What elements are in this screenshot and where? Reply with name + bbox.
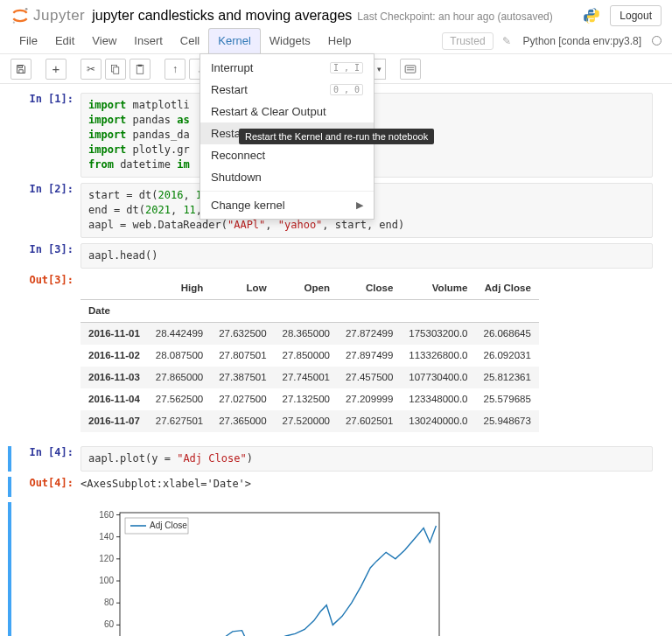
kernel-status-icon <box>652 36 662 45</box>
menu-cell[interactable]: Cell <box>172 28 208 54</box>
dataframe-table: HighLowOpenCloseVolumeAdj Close Date 201… <box>80 277 539 432</box>
svg-text:160: 160 <box>99 510 114 520</box>
notebook-title[interactable]: jupyter candlesticks and moving averages <box>92 8 352 24</box>
output-chart-cell: 2040608010012014016020172018201920202021… <box>19 502 653 636</box>
code-body[interactable]: aapl.plot(y = "Adj Close") <box>80 446 653 472</box>
menu-file[interactable]: File <box>10 28 46 54</box>
svg-text:60: 60 <box>104 619 115 629</box>
jupyter-logo-icon <box>10 6 30 25</box>
in-prompt: In [2]: <box>19 183 80 238</box>
line-chart: 2040608010012014016020172018201920202021… <box>80 504 448 636</box>
svg-point-0 <box>25 8 28 10</box>
table-row: 2016-11-0727.62750127.36500027.52000027.… <box>80 410 539 432</box>
header: Jupyter jupyter candlesticks and moving … <box>0 0 672 28</box>
submenu-arrow-icon: ▶ <box>356 199 363 211</box>
svg-text:Adj Close: Adj Close <box>150 521 187 530</box>
in-prompt: In [1]: <box>19 93 80 178</box>
code-cell-selected[interactable]: In [4]: aapl.plot(y = "Adj Close") <box>19 446 653 472</box>
column-header: Open <box>275 277 338 300</box>
kernel-shutdown[interactable]: Shutdown <box>200 166 374 188</box>
keyboard-icon <box>404 65 416 73</box>
menu-insert[interactable]: Insert <box>125 28 172 54</box>
in-prompt: In [4]: <box>19 446 80 472</box>
checkpoint-text: Last Checkpoint: an hour ago (autosaved) <box>357 10 553 23</box>
plus-icon: + <box>52 61 60 76</box>
table-row: 2016-11-0427.56250027.02750027.13250027.… <box>80 388 539 410</box>
out-prompt: Out[3]: <box>19 274 80 437</box>
svg-text:80: 80 <box>104 598 115 607</box>
cut-button[interactable]: ✂ <box>80 59 102 80</box>
output-text: <AxesSubplot:xlabel='Date'> <box>80 477 653 497</box>
kernel-reconnect[interactable]: Reconnect <box>200 144 374 166</box>
trusted-badge[interactable]: Trusted <box>442 32 493 50</box>
column-header: Low <box>211 277 274 300</box>
index-name: Date <box>80 300 148 323</box>
tooltip: Restart the Kernel and re-run the notebo… <box>239 129 434 144</box>
move-up-button[interactable]: ↑ <box>164 59 186 80</box>
add-cell-button[interactable]: + <box>46 59 66 80</box>
menu-bar: File Edit View Insert Cell Kernel Widget… <box>0 28 672 54</box>
svg-rect-3 <box>114 66 119 73</box>
menu-view[interactable]: View <box>83 28 125 54</box>
column-header: Close <box>338 277 401 300</box>
svg-text:120: 120 <box>99 554 114 563</box>
caret-down-icon: ▾ <box>377 65 382 73</box>
output-body: HighLowOpenCloseVolumeAdj Close Date 201… <box>80 274 653 437</box>
column-header: Adj Close <box>475 277 538 300</box>
save-icon <box>16 64 26 74</box>
selection-bar <box>8 502 11 636</box>
kernel-name[interactable]: Python [conda env:py3.8] <box>518 32 647 50</box>
column-header: Volume <box>401 277 475 300</box>
scissors-icon: ✂ <box>87 63 95 75</box>
table-row: 2016-11-0228.08750027.80750127.85000027.… <box>80 345 539 367</box>
out-prompt: Out[4]: <box>19 477 80 497</box>
svg-rect-6 <box>405 65 416 72</box>
table-row: 2016-11-0128.44249927.63250028.36500027.… <box>80 323 539 346</box>
svg-rect-5 <box>138 64 143 66</box>
output-cell: Out[3]: HighLowOpenCloseVolumeAdj Close … <box>19 274 653 437</box>
selection-bar <box>8 446 11 472</box>
command-palette-button[interactable] <box>400 59 421 80</box>
in-prompt: In [3]: <box>19 243 80 269</box>
menu-edit[interactable]: Edit <box>46 28 83 54</box>
paste-icon <box>135 64 145 74</box>
svg-point-1 <box>13 22 15 24</box>
python-icon <box>582 6 601 25</box>
svg-text:100: 100 <box>99 576 114 585</box>
kernel-restart-clear[interactable]: Restart & Clear Output <box>200 101 374 122</box>
menu-widgets[interactable]: Widgets <box>261 28 319 54</box>
copy-button[interactable] <box>105 59 126 80</box>
jupyter-logo[interactable]: Jupyter <box>10 6 85 25</box>
copy-icon <box>110 64 121 74</box>
menu-help[interactable]: Help <box>319 28 360 54</box>
code-body[interactable]: aapl.head() <box>80 243 653 269</box>
menu-separator <box>200 191 374 192</box>
selection-bar <box>8 477 11 497</box>
logout-button[interactable]: Logout <box>610 5 662 26</box>
save-button[interactable] <box>10 59 32 80</box>
table-row: 2016-11-0327.86500027.38750127.74500127.… <box>80 367 539 388</box>
arrow-up-icon: ↑ <box>172 63 178 75</box>
output-cell: Out[4]: <AxesSubplot:xlabel='Date'> <box>19 477 653 497</box>
edit-icon[interactable]: ✎ <box>502 35 511 47</box>
paste-button[interactable] <box>130 59 150 80</box>
code-cell[interactable]: In [3]: aapl.head() <box>19 243 653 269</box>
kernel-interrupt[interactable]: Interrupt I , I <box>200 57 374 79</box>
jupyter-wordmark: Jupyter <box>33 7 85 24</box>
kernel-change[interactable]: Change kernel ▶ <box>200 194 374 216</box>
kernel-restart[interactable]: Restart 0 , 0 <box>200 79 374 101</box>
svg-text:140: 140 <box>99 532 114 542</box>
menu-kernel[interactable]: Kernel <box>208 28 261 54</box>
column-header: High <box>148 277 211 300</box>
